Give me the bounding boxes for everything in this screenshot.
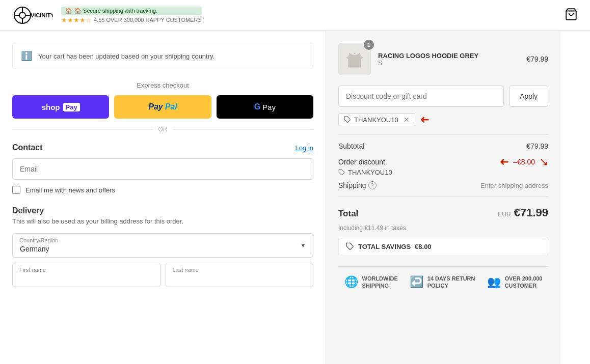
total-row: Total EUR €71.99: [338, 201, 548, 225]
arrow-annotation-discount: ➜: [500, 155, 509, 169]
info-icon: ℹ️: [21, 50, 32, 62]
shipping-row: Shipping ? Enter shipping address: [338, 178, 548, 192]
product-image-wrap: 1: [338, 43, 371, 75]
gpay-label: Pay: [262, 103, 276, 111]
rating-row: ★★★★☆ 4.55 OVER 300,000 HAPPY CUSTOMERS: [61, 16, 202, 24]
cart-notice-text: Your cart has been updated based on your…: [38, 52, 214, 60]
coupon-remove-button[interactable]: ✕: [404, 116, 410, 124]
hoodie-icon: [344, 49, 365, 69]
customers-icon: 👥: [487, 275, 501, 290]
apply-button[interactable]: Apply: [509, 86, 548, 107]
product-price: €79.99: [526, 55, 548, 63]
tax-note: Including €11.49 in taxes: [338, 225, 548, 232]
shop-pay-label: shop: [42, 103, 60, 111]
coupon-code-text: THANKYOU10: [354, 116, 398, 124]
gpay-button[interactable]: G Pay: [217, 95, 313, 119]
newsletter-checkbox[interactable]: [12, 186, 20, 194]
savings-row: TOTAL SAVINGS €8.00: [338, 237, 548, 256]
newsletter-row: Email me with news and offers: [12, 186, 313, 194]
savings-tag-icon: [346, 242, 354, 250]
svg-text:VICINITY: VICINITY: [31, 12, 53, 18]
rating-text: 4.55 OVER 300,000 HAPPY CUSTOMERS: [94, 17, 202, 23]
paypal-label: Pay: [148, 102, 163, 111]
product-quantity-badge: 1: [364, 40, 374, 50]
trust-returns: ↩️ 14 DAYS RETURN POLICY: [410, 275, 475, 290]
coupon-tag: THANKYOU10 ✕: [338, 113, 415, 126]
cart-icon: [565, 8, 578, 21]
delivery-subtitle: This will also be used as your billing a…: [12, 217, 313, 225]
globe-icon: 🌐: [344, 275, 358, 290]
right-panel: 1 RACING LOGOS HOODIE GREY S €79.99 Appl…: [326, 31, 560, 364]
header-badges: 🏠 🏠 Secure shipping with tracking. ★★★★☆…: [61, 7, 202, 24]
g-letter: G: [254, 102, 260, 111]
subtotal-value: €79.99: [526, 142, 548, 150]
total-currency: EUR: [498, 211, 511, 218]
discount-input-row: Apply: [338, 86, 548, 107]
discount-right: ➜ –€8.00 ↘: [500, 155, 548, 169]
total-right: EUR €71.99: [498, 206, 548, 219]
trust-worldwide-text: WORLDWIDE SHIPPING: [362, 275, 398, 290]
arrow-annotation-left: ➜: [420, 113, 430, 126]
discount-tag-icon: [338, 169, 345, 176]
svg-point-1: [19, 12, 25, 18]
trust-badges: 🌐 WORLDWIDE SHIPPING ↩️ 14 DAYS RETURN P…: [338, 266, 548, 290]
logo-svg: VICINITY: [12, 5, 53, 25]
return-icon: ↩️: [410, 275, 423, 290]
name-fields: First name Last name: [12, 263, 313, 287]
home-icon: 🏠: [65, 8, 72, 14]
product-info: RACING LOGOS HOODIE GREY S: [378, 52, 519, 67]
last-name-wrap: Last name: [166, 263, 314, 287]
logo[interactable]: VICINITY: [12, 5, 53, 25]
total-label: Total: [338, 209, 358, 219]
or-text: OR: [158, 126, 168, 133]
express-label: Express checkout: [12, 81, 313, 89]
paypal-button[interactable]: PayPal: [114, 95, 211, 119]
discount-code-input[interactable]: [338, 86, 504, 107]
express-buttons: shop Pay PayPal G Pay: [12, 95, 313, 119]
delivery-title: Delivery: [12, 206, 313, 215]
country-select[interactable]: Germany: [12, 233, 313, 258]
savings-amount: €8.00: [415, 243, 432, 250]
left-panel: ℹ️ Your cart has been updated based on y…: [0, 31, 326, 364]
contact-title: Contact: [12, 143, 43, 152]
shop-pay-button[interactable]: shop Pay: [12, 95, 109, 119]
first-name-field[interactable]: [12, 263, 160, 287]
country-select-wrap: Country/Region Germany ▼: [12, 233, 313, 258]
pay-label: Pay: [63, 103, 80, 111]
cart-button[interactable]: [565, 8, 578, 22]
email-field[interactable]: [12, 158, 313, 180]
shipping-info-icon[interactable]: ?: [368, 181, 377, 189]
stars-icon: ★★★★☆: [61, 16, 92, 24]
discount-amount: –€8.00: [513, 158, 535, 166]
trust-customers-text: OVER 200,000 CUSTOMER: [505, 275, 543, 290]
product-name: RACING LOGOS HOODIE GREY: [378, 52, 519, 60]
product-variant: S: [378, 60, 519, 67]
subtotal-row: Subtotal €79.99: [338, 139, 548, 153]
paypal-pal: Pal: [165, 102, 177, 111]
coupon-tag-row: THANKYOU10 ✕ ➜: [338, 113, 548, 126]
shipping-label: Shipping: [338, 181, 366, 189]
contact-section-header: Contact Log in: [12, 143, 313, 152]
total-amount: €71.99: [514, 206, 548, 219]
secure-text: 🏠 Secure shipping with tracking.: [74, 8, 157, 14]
shipping-value: Enter shipping address: [480, 182, 548, 189]
product-row: 1 RACING LOGOS HOODIE GREY S €79.99: [338, 43, 548, 75]
header: VICINITY 🏠 🏠 Secure shipping with tracki…: [0, 0, 590, 31]
last-name-field[interactable]: [166, 263, 314, 287]
order-discount-label: Order discount: [338, 158, 385, 166]
divider-2: [338, 197, 548, 197]
subtotal-label: Subtotal: [338, 142, 364, 150]
discount-code-line: THANKYOU10: [338, 169, 548, 176]
log-in-link[interactable]: Log in: [296, 144, 313, 152]
divider-1: [338, 134, 548, 135]
main-layout: ℹ️ Your cart has been updated based on y…: [0, 31, 590, 364]
cart-notice: ℹ️ Your cart has been updated based on y…: [12, 43, 313, 69]
trust-worldwide: 🌐 WORLDWIDE SHIPPING: [344, 275, 398, 290]
order-discount-section: Order discount ➜ –€8.00 ↘ THANKYOU10: [338, 153, 548, 178]
newsletter-label: Email me with news and offers: [25, 186, 115, 194]
shipping-label-wrap: Shipping ?: [338, 181, 377, 189]
discount-code-used: THANKYOU10: [348, 169, 392, 176]
arrow-annotation-right: ↘: [539, 155, 548, 169]
tag-icon: [344, 116, 351, 123]
or-divider: OR: [12, 126, 313, 133]
